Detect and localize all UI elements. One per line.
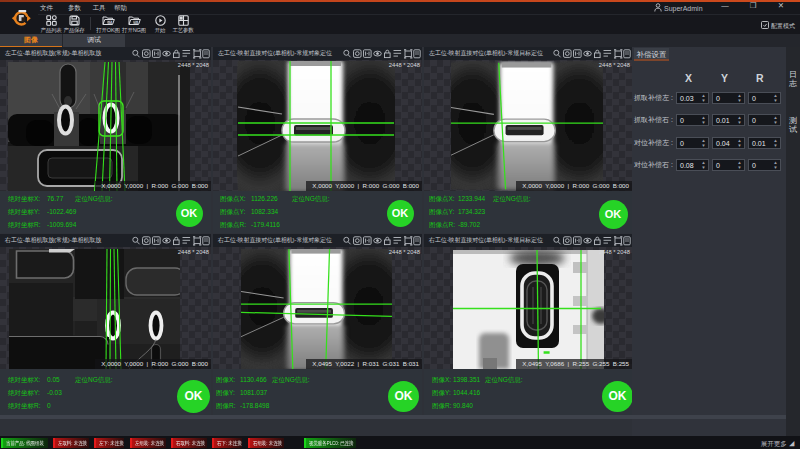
svg-text:OK: OK — [107, 20, 111, 24]
svg-text:NG: NG — [133, 20, 137, 24]
